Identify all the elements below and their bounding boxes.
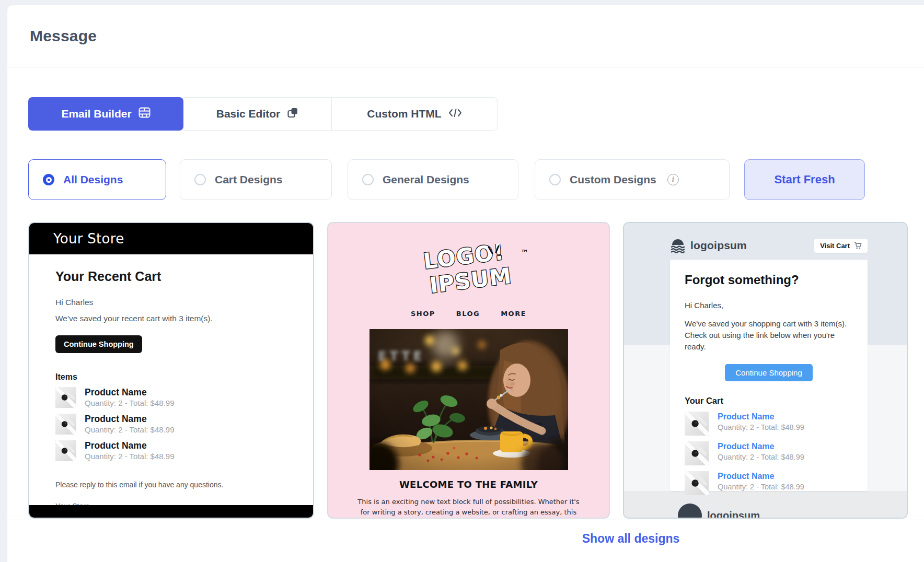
brand-circle-icon — [678, 504, 702, 519]
product-details: Quantity: 2 - Total: $48.99 — [85, 398, 175, 408]
tab-basic-editor[interactable]: Basic Editor — [183, 97, 332, 131]
filter-cart-designs[interactable]: Cart Designs — [180, 159, 332, 200]
tab-email-builder-label: Email Builder — [61, 108, 131, 120]
show-all-designs-link[interactable]: Show all designs — [582, 532, 680, 546]
filter-all-designs-label: All Designs — [63, 173, 123, 186]
product-image — [55, 440, 76, 461]
product-image — [55, 387, 76, 408]
design-card-welcome[interactable]: LOGO! IPSUM ™ SHOP BLOG MORE — [327, 222, 610, 519]
product-row: Product Name Quantity: 2 - Total: $48.99 — [55, 387, 287, 408]
product-details: Quantity: 2 - Total: $48.99 — [718, 482, 804, 492]
product-details: Quantity: 2 - Total: $48.99 — [718, 422, 804, 432]
logo-ipsum-logo: LOGO! IPSUM ™ — [328, 244, 609, 302]
product-image — [685, 441, 709, 465]
footer-brand-name: logoipsum — [707, 510, 760, 519]
tab-custom-html-label: Custom HTML — [367, 108, 441, 120]
product-row: Product Name Quantity: 2 - Total: $48.99 — [55, 440, 287, 462]
product-name-link: Product Name — [718, 471, 804, 482]
product-name: Product Name — [85, 414, 175, 425]
product-details: Quantity: 2 - Total: $48.99 — [718, 452, 804, 462]
info-icon[interactable]: i — [667, 174, 679, 185]
email-nav: SHOP BLOG MORE — [328, 310, 609, 318]
page-header: Message — [7, 5, 924, 67]
store-email-greeting: Hi Charles — [55, 298, 287, 307]
copy-icon — [287, 107, 298, 121]
product-name-link: Product Name — [718, 412, 804, 422]
cart-email-heading: Forgot something? — [685, 273, 853, 287]
nav-shop: SHOP — [411, 310, 435, 318]
bricks-icon — [138, 107, 151, 121]
cart-icon — [854, 242, 862, 249]
nav-blog: BLOG — [456, 310, 480, 318]
start-fresh-button[interactable]: Start Fresh — [744, 159, 865, 200]
product-image — [55, 414, 76, 435]
cart-continue-shopping-button: Continue Shopping — [725, 364, 813, 381]
product-details: Quantity: 2 - Total: $48.99 — [85, 451, 175, 462]
store-email-message: We've saved your recent cart with 3 item… — [55, 314, 287, 323]
brand-name: logoipsum — [690, 239, 747, 252]
brand-logo: logoipsum — [670, 238, 747, 253]
start-fresh-label: Start Fresh — [774, 173, 835, 186]
product-image — [685, 412, 709, 436]
nav-more: MORE — [501, 310, 526, 318]
filter-custom-designs-label: Custom Designs — [570, 173, 656, 186]
design-filters: All Designs Cart Designs General Designs… — [28, 159, 730, 200]
product-name-link: Product Name — [718, 441, 804, 452]
cart-email-body: Forgot something? Hi Charles, We've save… — [670, 260, 868, 491]
code-icon — [448, 108, 462, 121]
product-details: Quantity: 2 - Total: $48.99 — [85, 425, 175, 435]
design-card-store[interactable]: Your Store Your Recent Cart Hi Charles W… — [28, 222, 314, 519]
cafe-photo: ETTE — [369, 329, 568, 470]
welcome-heading: WELCOME TO THE FAMILY — [328, 479, 609, 490]
designs-footer-bar: Show all designs — [7, 520, 924, 562]
tab-basic-editor-label: Basic Editor — [216, 108, 281, 120]
radio-selected-icon — [43, 174, 54, 185]
footer-brand-logo: logoipsum — [678, 504, 760, 519]
trademark-symbol: ™ — [521, 248, 528, 257]
product-row: Product Name Quantity: 2 - Total: $48.99 — [685, 471, 853, 495]
radio-icon — [362, 174, 374, 185]
product-row: Product Name Quantity: 2 - Total: $48.99 — [55, 414, 287, 435]
your-cart-label: Your Cart — [685, 396, 853, 406]
message-page: Message Email Builder Basic Editor — [0, 0, 924, 562]
store-email-header: Your Store — [29, 223, 313, 254]
filter-custom-designs[interactable]: Custom Designs i — [535, 159, 730, 200]
product-row: Product Name Quantity: 2 - Total: $48.99 — [685, 441, 853, 465]
filter-cart-designs-label: Cart Designs — [215, 173, 283, 186]
visit-cart-button: Visit Cart — [814, 239, 868, 253]
product-name: Product Name — [85, 440, 175, 451]
tab-email-builder[interactable]: Email Builder — [28, 97, 183, 131]
store-email-title: Your Recent Cart — [55, 269, 287, 284]
store-continue-shopping-button: Continue Shopping — [55, 335, 142, 353]
cart-email-greeting: Hi Charles, — [685, 301, 853, 310]
cart-email-message: We've saved your shopping cart with 3 it… — [685, 318, 853, 353]
store-email-footer — [29, 505, 313, 519]
editor-tabs: Email Builder Basic Editor — [28, 97, 498, 131]
filter-general-designs[interactable]: General Designs — [348, 159, 518, 200]
store-footer-note: Please reply to this email if you have a… — [55, 481, 287, 489]
product-image — [685, 471, 709, 495]
filter-all-designs[interactable]: All Designs — [28, 159, 166, 200]
radio-icon — [194, 174, 206, 185]
design-card-cart[interactable]: logoipsum logoipsum Visit Cart — [623, 222, 908, 519]
store-items-label: Items — [55, 372, 287, 382]
radio-icon — [549, 174, 561, 185]
tab-custom-html[interactable]: Custom HTML — [332, 97, 498, 131]
page-title: Message — [30, 27, 97, 45]
visit-cart-label: Visit Cart — [820, 242, 850, 250]
product-row: Product Name Quantity: 2 - Total: $48.99 — [685, 412, 853, 436]
wave-sun-icon — [670, 238, 686, 253]
welcome-body-text: This is an exciting new text block full … — [353, 497, 584, 519]
product-name: Product Name — [85, 387, 175, 398]
filter-general-designs-label: General Designs — [383, 173, 469, 186]
